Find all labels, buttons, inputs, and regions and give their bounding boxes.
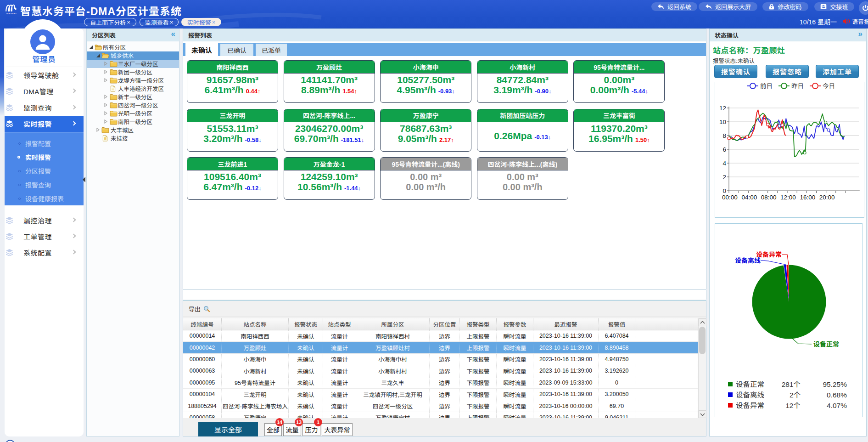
svg-text:08:00: 08:00 bbox=[761, 194, 777, 201]
svg-text:12个: 12个 bbox=[785, 402, 801, 409]
svg-text:6: 6 bbox=[722, 146, 726, 153]
svg-text:4: 4 bbox=[722, 160, 726, 167]
svg-text:昨日: 昨日 bbox=[791, 83, 804, 90]
svg-text:设备离线: 设备离线 bbox=[736, 391, 764, 399]
svg-text:2个: 2个 bbox=[790, 391, 801, 399]
svg-text:2: 2 bbox=[722, 174, 726, 181]
svg-text:281个: 281个 bbox=[782, 380, 801, 388]
svg-text:95.25%: 95.25% bbox=[823, 380, 847, 388]
svg-text:MIAOMIAO: MIAOMIAO bbox=[6, 13, 17, 15]
svg-text:今日: 今日 bbox=[823, 83, 835, 90]
svg-text:设备异常: 设备异常 bbox=[736, 402, 764, 409]
svg-text:04:00: 04:00 bbox=[741, 194, 757, 201]
svg-text:20:00: 20:00 bbox=[819, 194, 835, 201]
svg-text:12:00: 12:00 bbox=[780, 194, 796, 201]
svg-text:00:00: 00:00 bbox=[722, 194, 738, 201]
svg-text:设备正常: 设备正常 bbox=[736, 380, 764, 388]
svg-text:设备正常: 设备正常 bbox=[813, 340, 839, 348]
svg-text:16:00: 16:00 bbox=[800, 194, 815, 201]
svg-text:设备离线: 设备离线 bbox=[735, 257, 761, 264]
svg-text:0: 0 bbox=[722, 187, 726, 194]
svg-text:0.68%: 0.68% bbox=[827, 391, 847, 399]
svg-text:12: 12 bbox=[719, 105, 726, 112]
svg-text:前日: 前日 bbox=[760, 83, 773, 90]
svg-text:8: 8 bbox=[722, 132, 726, 139]
svg-text:10: 10 bbox=[719, 119, 726, 125]
svg-text:4.07%: 4.07% bbox=[827, 402, 847, 409]
